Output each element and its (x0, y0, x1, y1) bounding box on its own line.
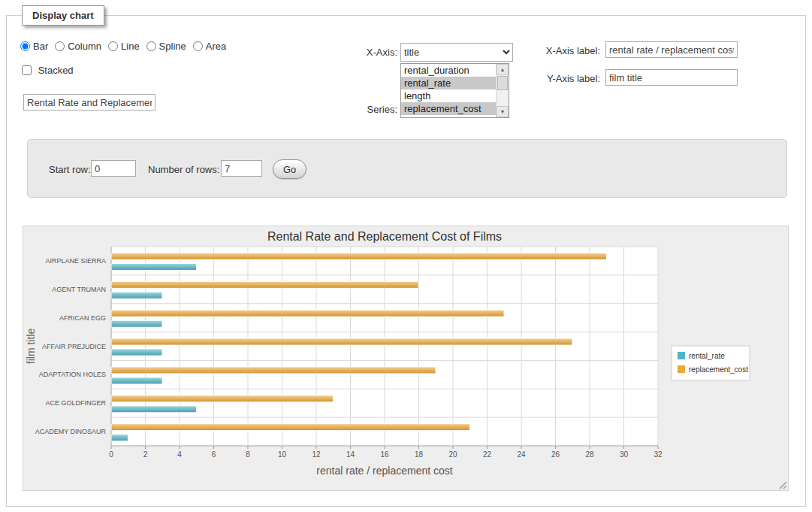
legend-label-replacement_cost[interactable]: replacement_cost (689, 365, 748, 374)
bar-replacement_cost[interactable] (111, 367, 436, 374)
chart-type-radio-group: BarColumnLineSplineArea (20, 41, 233, 52)
y-axis-title: film title (25, 329, 37, 365)
chart-type-option-bar[interactable]: Bar (20, 41, 48, 52)
category-label: ACE GOLDFINGER (45, 399, 106, 407)
chart-type-label: Spline (159, 41, 186, 52)
chart-type-label: Line (121, 41, 140, 52)
x-tick-label: 12 (312, 450, 321, 459)
scroll-down-icon[interactable]: ▼ (497, 106, 509, 117)
series-option-replacement_cost[interactable]: replacement_cost (401, 102, 496, 115)
category-label: AFRICAN EGG (59, 314, 106, 322)
xaxis-label-field-label: X-Axis label: (478, 45, 600, 56)
chart-type-option-area[interactable]: Area (193, 41, 226, 52)
x-tick-label: 20 (448, 450, 457, 459)
bar-rental_rate[interactable] (111, 349, 162, 356)
go-button[interactable]: Go (273, 159, 306, 179)
x-tick-label: 10 (278, 450, 287, 459)
x-tick-label: 28 (585, 450, 594, 459)
row-range-panel: Start row: Number of rows: Go (27, 139, 787, 198)
x-axis-title: rental rate / replacement cost (316, 465, 452, 477)
chart-type-radio-bar[interactable] (20, 41, 30, 51)
series-options: rental_durationrental_ratelengthreplacem… (401, 64, 496, 117)
x-tick-label: 0 (109, 450, 113, 459)
chart-type-radio-line[interactable] (108, 41, 118, 51)
chart-type-label: Column (68, 41, 101, 52)
x-tick-label: 8 (246, 450, 250, 459)
x-tick-label: 16 (380, 450, 389, 459)
x-tick-label: 24 (517, 450, 526, 459)
start-row-input[interactable] (91, 160, 136, 177)
bar-replacement_cost[interactable] (111, 310, 504, 317)
x-tick-label: 32 (654, 450, 663, 459)
bar-rental_rate[interactable] (111, 264, 197, 271)
x-tick-label: 4 (177, 450, 182, 459)
x-tick-label: 6 (212, 450, 216, 459)
chart-type-label: Bar (33, 41, 48, 52)
chart-type-radio-column[interactable] (55, 41, 65, 51)
num-rows-label: Number of rows: (148, 164, 219, 175)
bar-chart: 02468101214161820222426283032AIRPLANE SI… (24, 227, 787, 487)
yaxis-label-input[interactable] (605, 69, 738, 86)
x-tick-label: 14 (346, 450, 355, 459)
category-label: ACADEMY DINOSAUR (35, 428, 107, 435)
display-chart-fieldset: Display chart BarColumnLineSplineArea St… (6, 15, 806, 507)
legend-swatch-rental_rate (678, 352, 685, 359)
bar-replacement_cost[interactable] (111, 338, 572, 345)
x-tick-label: 22 (483, 450, 492, 459)
chart-type-option-spline[interactable]: Spline (146, 41, 186, 52)
resize-handle-icon[interactable] (777, 480, 787, 489)
bar-rental_rate[interactable] (111, 377, 162, 384)
bar-replacement_cost[interactable] (111, 253, 607, 260)
bar-rental_rate[interactable] (111, 435, 128, 441)
chart-container: 02468101214161820222426283032AIRPLANE SI… (23, 226, 789, 491)
series-option-length[interactable]: length (401, 89, 496, 102)
series-listbox[interactable]: rental_durationrental_ratelengthreplacem… (400, 63, 509, 118)
category-label: AIRPLANE SIERRA (45, 257, 106, 265)
legend-label-rental_rate[interactable]: rental_rate (689, 352, 725, 360)
chart-title-input[interactable] (23, 94, 155, 111)
start-row-label: Start row: (49, 164, 91, 175)
category-label: AFFAIR PREJUDICE (42, 343, 106, 350)
category-label: ADAPTATION HOLES (39, 371, 106, 378)
x-tick-label: 18 (415, 450, 424, 459)
bar-replacement_cost[interactable] (111, 395, 334, 402)
x-tick-label: 30 (620, 450, 629, 459)
bar-replacement_cost[interactable] (111, 281, 418, 288)
chart-type-option-column[interactable]: Column (55, 41, 101, 52)
stacked-option[interactable]: Stacked (22, 65, 74, 76)
series-listbox-label: Series: (322, 104, 397, 115)
xaxis-select-label: X-Axis: (322, 47, 397, 58)
yaxis-label-field-label: Y-Axis label: (478, 73, 600, 84)
bar-replacement_cost[interactable] (111, 424, 470, 431)
chart-type-option-line[interactable]: Line (108, 41, 140, 52)
x-tick-label: 2 (143, 450, 148, 459)
chart-type-radio-spline[interactable] (146, 41, 156, 51)
chart-type-radio-area[interactable] (193, 41, 203, 51)
x-tick-label: 26 (551, 450, 560, 459)
bar-rental_rate[interactable] (111, 320, 162, 327)
bar-rental_rate[interactable] (111, 406, 197, 413)
chart-title: Rental Rate and Replacement Cost of Film… (267, 230, 502, 243)
num-rows-input[interactable] (221, 160, 262, 177)
series-listbox-scrollbar[interactable]: ▲ ▼ (496, 64, 509, 117)
chart-legend: rental_ratereplacement_cost (672, 346, 750, 380)
chart-type-label: Area (206, 41, 226, 52)
legend-swatch-replacement_cost (678, 365, 685, 373)
category-label: AGENT TRUMAN (52, 286, 106, 293)
bar-rental_rate[interactable] (111, 292, 162, 298)
xaxis-label-input[interactable] (605, 41, 738, 58)
stacked-label: Stacked (38, 65, 74, 76)
stacked-checkbox[interactable] (22, 65, 32, 75)
fieldset-legend: Display chart (22, 5, 104, 26)
